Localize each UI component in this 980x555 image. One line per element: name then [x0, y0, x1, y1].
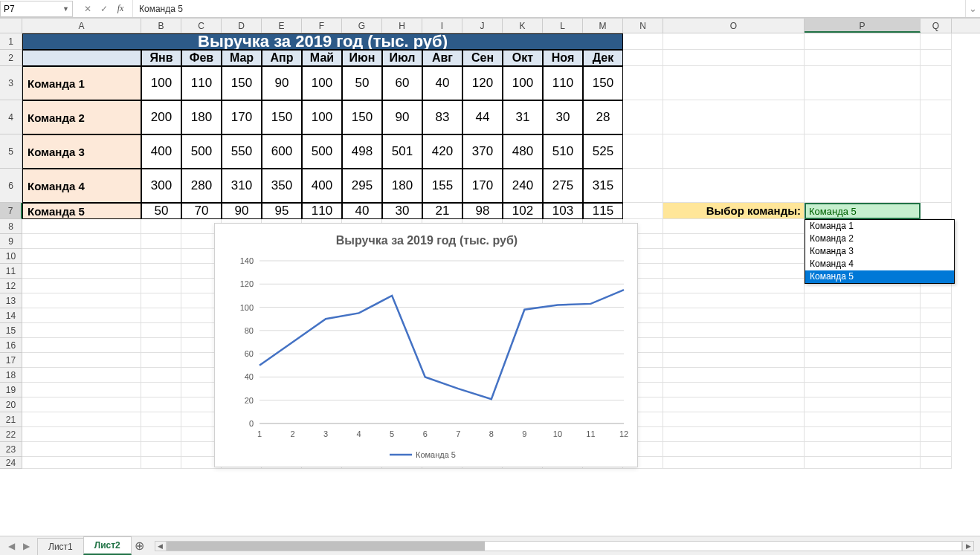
cell[interactable]	[22, 264, 141, 279]
row-header[interactable]: 7	[0, 203, 22, 219]
cell[interactable]	[141, 279, 181, 293]
cell[interactable]	[663, 100, 805, 134]
cell[interactable]	[22, 457, 141, 469]
horizontal-scrollbar[interactable]: ◀ ▶	[155, 540, 974, 552]
column-header[interactable]: C	[181, 19, 222, 33]
cell[interactable]	[22, 368, 141, 383]
dropdown-option[interactable]: Команда 5	[805, 270, 954, 283]
cell[interactable]	[141, 383, 181, 397]
cell[interactable]	[921, 338, 952, 353]
cell[interactable]	[921, 457, 952, 469]
row-header[interactable]: 20	[0, 397, 22, 412]
dropdown-option[interactable]: Команда 2	[805, 233, 954, 245]
cell[interactable]	[22, 308, 141, 323]
cell[interactable]	[623, 100, 663, 134]
cell[interactable]	[141, 323, 181, 338]
scroll-track[interactable]	[167, 541, 962, 551]
cell[interactable]	[663, 264, 805, 279]
cell[interactable]	[141, 368, 181, 383]
row-header[interactable]: 12	[0, 279, 22, 293]
scroll-right-icon[interactable]: ▶	[962, 541, 974, 551]
row-header[interactable]: 10	[0, 249, 22, 264]
cell[interactable]	[141, 249, 181, 264]
cell[interactable]	[22, 427, 141, 442]
row-header[interactable]: 21	[0, 412, 22, 427]
cell[interactable]	[805, 323, 921, 338]
cell[interactable]	[805, 427, 921, 442]
cell[interactable]	[663, 33, 805, 50]
cell[interactable]	[921, 397, 952, 412]
cell[interactable]	[663, 219, 805, 234]
cell[interactable]	[623, 50, 663, 66]
cell[interactable]	[663, 457, 805, 469]
cell[interactable]	[623, 203, 663, 219]
add-sheet-icon[interactable]: ⊕	[131, 539, 149, 553]
cell[interactable]	[663, 412, 805, 427]
scroll-left-icon[interactable]: ◀	[155, 541, 167, 551]
row-header[interactable]: 18	[0, 368, 22, 383]
cell[interactable]	[805, 368, 921, 383]
row-header[interactable]: 22	[0, 427, 22, 442]
cell[interactable]	[921, 442, 952, 457]
expand-formula-bar-icon[interactable]: ⌄	[965, 0, 980, 17]
cell[interactable]	[921, 66, 952, 100]
confirm-icon[interactable]: ✓	[97, 1, 112, 16]
dropdown-option[interactable]: Команда 4	[805, 258, 954, 270]
cell[interactable]	[141, 427, 181, 442]
sheet-nav-prev-icon[interactable]: ◀	[4, 541, 18, 551]
dropdown-option[interactable]: Команда 1	[805, 220, 954, 233]
cell[interactable]	[623, 33, 663, 50]
cell[interactable]	[663, 169, 805, 203]
cells-area[interactable]: Выручка за 2019 год (тыс. руб)ЯнвФевМарА…	[22, 33, 980, 469]
cell[interactable]	[22, 442, 141, 457]
column-header[interactable]: E	[262, 19, 302, 33]
cancel-icon[interactable]: ✕	[80, 1, 95, 16]
cell[interactable]	[663, 293, 805, 308]
cell[interactable]	[141, 338, 181, 353]
dropdown-option[interactable]: Команда 3	[805, 245, 954, 258]
cell[interactable]	[921, 368, 952, 383]
cell[interactable]	[22, 353, 141, 368]
cell[interactable]	[22, 397, 141, 412]
column-header[interactable]: D	[222, 19, 262, 33]
cell[interactable]	[141, 412, 181, 427]
cell[interactable]	[663, 279, 805, 293]
cell[interactable]	[805, 308, 921, 323]
cell[interactable]	[921, 203, 952, 219]
column-header[interactable]: J	[462, 19, 503, 33]
cell[interactable]	[22, 249, 141, 264]
row-header[interactable]: 16	[0, 338, 22, 353]
row-header[interactable]: 23	[0, 442, 22, 457]
column-header[interactable]: K	[503, 19, 543, 33]
sheet-tab[interactable]: Лист2	[83, 536, 132, 555]
cell[interactable]	[663, 234, 805, 249]
cell[interactable]	[805, 293, 921, 308]
row-header[interactable]: 24	[0, 457, 22, 469]
cell[interactable]	[663, 368, 805, 383]
cell[interactable]	[921, 383, 952, 397]
cell[interactable]	[805, 66, 921, 100]
row-header[interactable]: 2	[0, 50, 22, 66]
cell[interactable]	[141, 234, 181, 249]
cell[interactable]	[921, 169, 952, 203]
cell[interactable]	[921, 100, 952, 134]
row-header[interactable]: 11	[0, 264, 22, 279]
cell[interactable]	[663, 442, 805, 457]
name-box-dropdown-icon[interactable]: ▼	[62, 5, 69, 13]
cell[interactable]	[805, 338, 921, 353]
cell[interactable]	[22, 323, 141, 338]
cell[interactable]	[141, 397, 181, 412]
column-header[interactable]: M	[583, 19, 623, 33]
row-header[interactable]: 17	[0, 353, 22, 368]
cell[interactable]	[805, 383, 921, 397]
column-header[interactable]: P	[805, 19, 921, 33]
cell[interactable]	[921, 323, 952, 338]
column-header[interactable]: I	[422, 19, 462, 33]
team-picker-cell[interactable]: Команда 5▼	[805, 203, 921, 219]
cell[interactable]	[921, 134, 952, 169]
cell[interactable]	[805, 33, 921, 50]
column-header[interactable]: G	[342, 19, 382, 33]
row-header[interactable]: 4	[0, 100, 22, 134]
cell[interactable]	[805, 412, 921, 427]
cell[interactable]	[921, 412, 952, 427]
